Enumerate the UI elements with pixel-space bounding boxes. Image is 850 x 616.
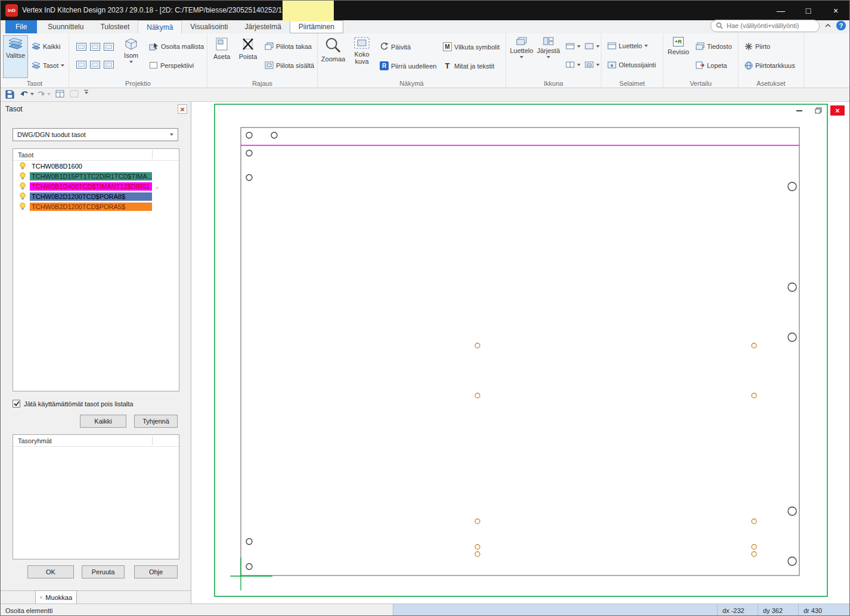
panel-close-icon[interactable]: × — [178, 104, 187, 114]
perspektiivi-button[interactable]: Perspektiivi — [147, 60, 196, 71]
aseta-button[interactable]: Aseta — [210, 35, 234, 78]
tab-piirtaminen[interactable]: Piirtäminen — [290, 20, 343, 33]
piirto-button[interactable]: Piirto — [742, 41, 773, 52]
globe-icon — [744, 61, 753, 70]
layer-row[interactable]: TCHW0B8D1600 — [13, 161, 179, 171]
group-label-asetukset: Asetukset — [739, 80, 804, 87]
search-input[interactable] — [727, 22, 813, 29]
piirra-uudelleen-button[interactable]: R Piirrä uudelleen — [377, 60, 439, 72]
maximize-button[interactable]: □ — [795, 1, 822, 20]
redo-button[interactable] — [36, 90, 51, 98]
tiedosto-button[interactable]: Tiedosto — [693, 41, 734, 52]
piilota-sisalta-button[interactable]: Piilota sisältä — [262, 60, 317, 71]
window-tool-dropdown[interactable] — [563, 41, 583, 51]
viewport-icon[interactable] — [104, 43, 114, 51]
refresh-icon — [380, 42, 389, 51]
secondary-tool-button[interactable] — [70, 90, 79, 98]
tasot-dropdown[interactable]: Tasot — [29, 60, 67, 71]
document-close-button[interactable]: × — [830, 105, 845, 116]
window-tool-dropdown[interactable] — [563, 60, 583, 70]
layers-listbox[interactable]: Tasot TCHW0B8D1600 TCHW0B1D15PT1TC2DIR1T… — [13, 148, 179, 391]
tab-visualisointi[interactable]: Visualisointi — [182, 20, 236, 33]
valitse-button[interactable]: Valitse — [3, 35, 28, 78]
minimize-button[interactable]: — — [767, 1, 795, 20]
lopeta-button[interactable]: Lopeta — [693, 60, 730, 71]
tab-file[interactable]: File — [5, 20, 37, 33]
document-window-controls: × — [792, 105, 845, 116]
unused-layers-checkbox[interactable] — [13, 400, 20, 407]
kaikki-panel-button[interactable]: Kaikki — [80, 415, 126, 428]
layer-row[interactable]: TCHW0B1D15PT1TC2DIR1TCD$TIMA... — [13, 171, 179, 181]
window-grid-button[interactable] — [55, 90, 64, 98]
viewport-icon[interactable] — [104, 61, 114, 69]
unused-layers-label: Jätä käyttämättömät tasot pois listalta — [24, 400, 133, 407]
kaikki-button[interactable]: Kaikki — [29, 41, 63, 52]
valitse-label: Valitse — [6, 52, 25, 59]
layer-groups-listbox[interactable]: Tasoryhmät — [13, 434, 179, 559]
ribbon-group-vertailu: +R Revisio Tiedosto Lopeta Vertailu — [663, 33, 739, 88]
group-label-ikkuna: Ikkuna — [506, 80, 601, 87]
group-label-vertailu: Vertailu — [663, 80, 738, 87]
undo-button[interactable] — [20, 90, 34, 98]
drawing-canvas[interactable]: × — [191, 102, 850, 603]
panel-title: Tasot — [5, 105, 23, 113]
tab-suunnittelu[interactable]: Suunnittelu — [39, 20, 92, 33]
osoita-mallista-button[interactable]: Osoita mallista — [147, 41, 206, 52]
poista-button[interactable]: Poista — [236, 35, 260, 78]
cube-icon — [125, 38, 137, 50]
magnifier-icon — [325, 37, 342, 54]
paivita-button[interactable]: Päivitä — [377, 41, 413, 53]
bulb-icon — [19, 182, 26, 190]
piilota-takaa-button[interactable]: Piilota takaa — [262, 41, 314, 52]
document-restore-button[interactable] — [811, 105, 826, 116]
oletussijainti-button[interactable]: Oletussijainti — [605, 60, 658, 70]
chevron-down-icon — [547, 56, 550, 58]
vilkuta-symbolit-button[interactable]: M Vilkuta symbolit — [440, 41, 502, 53]
browser-list-icon — [607, 42, 616, 49]
save-icon — [5, 90, 14, 99]
bulb-icon — [19, 192, 26, 200]
mitat-ja-tekstit-button[interactable]: T Mitat ja tekstit — [440, 60, 497, 72]
selaimet-luettelo-dropdown[interactable]: Luettelo — [605, 41, 650, 51]
save-button[interactable] — [5, 90, 14, 99]
layer-name: TCHW0B2D1200TCD$PORA5$ — [30, 203, 152, 211]
tab-tulosteet[interactable]: Tulosteet — [92, 20, 138, 33]
layer-source-select[interactable]: DWG/DGN tuodut tasot — [13, 128, 178, 141]
isom-dropdown[interactable]: Isom — [119, 36, 143, 77]
peruuta-button[interactable]: Peruuta — [82, 565, 125, 578]
piirra-uudelleen-label: Piirrä uudelleen — [391, 63, 436, 70]
app-logo-icon: InD — [5, 4, 18, 17]
layer-row[interactable]: TCHW0B2D1200TCD$PORA8$ — [13, 191, 179, 201]
window-tool-dropdown[interactable] — [582, 60, 602, 70]
viewport-icon[interactable] — [76, 61, 86, 69]
muokkaa-tab[interactable]: Muokkaa — [35, 590, 77, 603]
viewport-icon[interactable] — [76, 43, 86, 51]
window-tool-dropdown[interactable] — [582, 41, 602, 51]
revisio-button[interactable]: +R Revisio — [666, 35, 691, 78]
search-box[interactable] — [711, 20, 820, 32]
ohje-button[interactable]: Ohje — [134, 565, 178, 578]
tab-jarjestelma[interactable]: Järjestelmä — [236, 20, 289, 33]
document-minimize-button[interactable] — [792, 105, 806, 116]
layer-row[interactable]: TCHW0B2D1200TCD$PORA5$ — [13, 201, 179, 211]
zoomaa-button[interactable]: Zoomaa — [320, 35, 346, 78]
piirtotarkkuus-button[interactable]: Piirtotarkkuus — [742, 60, 798, 71]
collapse-ribbon-icon[interactable] — [824, 23, 832, 28]
toolbar-overflow-button[interactable] — [84, 90, 88, 94]
layer-row[interactable]: TCHW0B1D400TCD$TIMANT12$DIR01 .. — [13, 181, 179, 191]
close-button[interactable]: × — [822, 1, 849, 20]
jarjesta-dropdown[interactable]: Järjestä — [536, 35, 561, 78]
koko-kuva-button[interactable]: Koko kuva — [349, 35, 375, 78]
isom-label: Isom — [124, 52, 138, 59]
restore-icon — [815, 107, 822, 114]
group-label-nakyma: Näkymä — [318, 80, 505, 87]
edit-grid-icon — [40, 594, 42, 601]
check-icon — [14, 401, 20, 406]
tab-nakyma[interactable]: Näkymä — [138, 20, 182, 33]
ikkuna-luettelo-dropdown[interactable]: Luettelo — [508, 35, 535, 78]
viewport-icon[interactable] — [90, 43, 100, 51]
help-icon[interactable]: ? — [836, 21, 846, 30]
tyhjenna-button[interactable]: Tyhjennä — [134, 415, 178, 428]
viewport-icon[interactable] — [90, 61, 100, 69]
ok-button[interactable]: OK — [27, 565, 74, 578]
